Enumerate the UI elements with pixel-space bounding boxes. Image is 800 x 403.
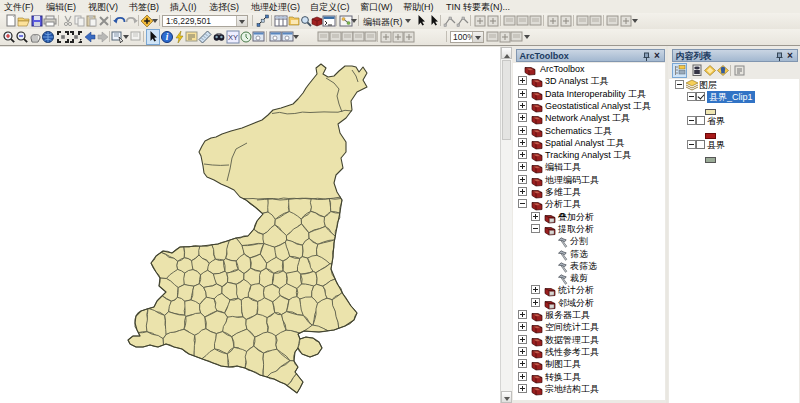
svg-text:i: i bbox=[166, 32, 169, 42]
svg-text:XY: XY bbox=[228, 33, 238, 42]
